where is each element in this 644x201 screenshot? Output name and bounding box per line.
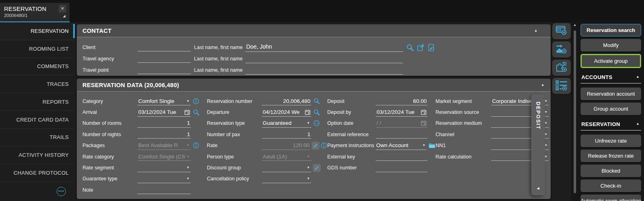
pencil-icon[interactable] — [312, 142, 319, 149]
reservation-number-field[interactable]: 20,006,480 — [262, 97, 311, 105]
task-list-add-button[interactable] — [552, 78, 571, 94]
collapse-arrow-icon[interactable]: ▲ — [636, 75, 640, 79]
reservation-section-header[interactable]: RESERVATION ▲ — [581, 120, 641, 130]
rate-cell: Rate120.00 — [207, 141, 327, 150]
note-field[interactable] — [137, 186, 191, 194]
calendar-icon[interactable] — [421, 109, 427, 115]
number-of-pax-field[interactable]: 1 — [262, 130, 311, 139]
chevron-down-icon[interactable]: ▼ — [306, 166, 311, 169]
collapse-arrow-icon[interactable]: ▲ — [636, 122, 640, 126]
calendar-icon[interactable] — [305, 109, 311, 115]
automatic-room-allocation-button[interactable]: Automatic room allocation — [581, 195, 641, 201]
pencil-icon[interactable] — [313, 165, 320, 171]
number-of-nights-cell: Number of nights1 — [82, 130, 207, 139]
sidebar-item-reports[interactable]: REPORTS — [0, 93, 75, 111]
chevron-down-icon[interactable]: ▼ — [186, 99, 191, 103]
chevron-down-icon[interactable]: ▼ — [306, 177, 311, 180]
activate-group-button[interactable]: Activate group — [581, 54, 641, 68]
search-icon[interactable] — [406, 44, 414, 51]
blocked-button[interactable]: Blocked — [581, 165, 641, 177]
collapse-arrow-icon[interactable]: ▲ — [534, 28, 538, 32]
gds-number-field[interactable] — [376, 164, 427, 172]
sidebar-item-traces[interactable]: TRACES — [0, 75, 75, 93]
rate-category-value: Comfort Single (CS) — [137, 154, 186, 160]
walk-in-add-button[interactable] — [552, 41, 571, 58]
search-icon[interactable] — [313, 109, 320, 116]
discount-group-dropdown[interactable]: ▼ — [262, 164, 311, 172]
unfreeze-rate-button[interactable]: Unfreeze rate — [581, 135, 641, 147]
chevron-down-icon[interactable]: ▼ — [422, 143, 427, 147]
chevron-down-icon[interactable]: ▼ — [306, 121, 311, 125]
external-link-icon[interactable] — [417, 44, 424, 51]
chevron-down-icon[interactable]: ▼ — [186, 177, 191, 180]
deposit-by-field[interactable]: 03/12/2024 Tue — [376, 108, 427, 117]
reservation-source-label: Reservation source — [435, 109, 491, 115]
rate-segment-dropdown[interactable]: ▼ — [137, 164, 191, 172]
reservation-search-button[interactable]: Reservation search — [581, 24, 641, 36]
scroll-up-icon[interactable]: ▲ — [572, 23, 578, 27]
reservation-account-button[interactable]: Reservation account — [581, 88, 641, 100]
collapse-left-arrow-icon[interactable]: ◄ — [536, 186, 540, 190]
external-key-field[interactable] — [376, 152, 427, 161]
packages-dropdown: Best Available R▼ — [137, 141, 191, 150]
info-icon[interactable] — [193, 98, 199, 105]
collapse-arrow-icon[interactable]: ▲ — [541, 83, 545, 87]
deposit-side-tab[interactable]: DEPOSIT ◄ — [531, 94, 545, 195]
external-reference-field[interactable] — [376, 130, 427, 139]
field-action-icons — [193, 142, 199, 149]
deposit-field[interactable]: 60.00 — [376, 97, 427, 105]
search-icon[interactable] — [193, 109, 200, 116]
arrival-field[interactable]: 03/12/2024 Tue — [137, 108, 191, 117]
accounts-section-header[interactable]: ACCOUNTS ▲ — [581, 73, 641, 83]
search-icon[interactable] — [313, 98, 320, 105]
group-account-button[interactable]: Group account — [581, 103, 641, 115]
departure-field[interactable]: 04/12/2024 We — [262, 108, 311, 117]
cancellation-policy-label: Cancellation policy — [207, 176, 262, 182]
channel-label: Channel — [435, 132, 491, 137]
release-frozen-rate-button[interactable]: Release frozen rate — [581, 150, 641, 162]
info-icon[interactable] — [193, 142, 199, 149]
calendar-icon[interactable] — [184, 109, 191, 115]
deposit-tab-label: DEPOSIT — [535, 102, 541, 130]
sidebar-item-rooming-list[interactable]: ROOMING LIST — [0, 40, 75, 58]
close-icon[interactable]: × — [59, 5, 66, 13]
modify-button[interactable]: Modify — [581, 39, 641, 51]
client-id-input[interactable] — [137, 43, 191, 51]
number-of-rooms-field[interactable]: 1 — [137, 119, 191, 128]
contact-row-client: Client Last name, first name Doe, John — [82, 42, 551, 53]
sidebar-item-trails[interactable]: TRAILS — [0, 128, 75, 146]
scrollbar-thumb[interactable] — [574, 30, 576, 193]
client-name-input[interactable]: Doe, John — [245, 43, 403, 52]
travel-agency-label: Travel agency — [82, 56, 137, 62]
group-add-button[interactable] — [552, 60, 571, 76]
folder-icon[interactable] — [429, 143, 435, 148]
sidebar-item-comments[interactable]: COMMENTS — [0, 58, 75, 75]
travel-agency-name-input[interactable] — [245, 55, 403, 63]
sidebar-item-reservation[interactable]: RESERVATION — [0, 22, 75, 40]
tab-title: RESERVATION — [4, 6, 46, 12]
category-dropdown[interactable]: Comfort Single▼ — [137, 97, 191, 105]
edit-profile-icon[interactable] — [427, 44, 435, 51]
travel-point-name-input[interactable] — [245, 66, 403, 75]
guarantee-type-dropdown[interactable]: ▼ — [137, 175, 191, 183]
ellipsis-icon[interactable] — [313, 120, 320, 126]
info-icon[interactable] — [321, 142, 327, 149]
travel-agency-id-input[interactable] — [137, 55, 191, 63]
cancellation-policy-dropdown[interactable]: ▼ — [262, 175, 311, 183]
right-panel-scrollbar[interactable]: ▲ — [572, 23, 578, 200]
sidebar-item-change-protocol[interactable]: CHANGE PROTOCOL — [0, 164, 75, 182]
tab-reservation[interactable]: RESERVATION × 20006480/1 ◢ — [0, 3, 70, 22]
check-in-button[interactable]: Check-in — [581, 180, 641, 192]
travel-point-id-input[interactable] — [137, 66, 191, 74]
reservation-card-add-icon — [555, 26, 568, 37]
ellipsis-circle-icon[interactable]: ••• — [57, 187, 66, 196]
reservation-type-dropdown[interactable]: Guaranteed▼ — [262, 119, 311, 128]
chevron-down-icon[interactable]: ▼ — [186, 166, 191, 169]
reservation-card-add-button[interactable] — [552, 23, 571, 39]
sidebar-item-activity-history[interactable]: ACTIVITY HISTORY — [0, 146, 75, 164]
payment-instructions-dropdown[interactable]: Own Account▼ — [376, 141, 427, 150]
sidebar-item-credit-card-data[interactable]: CREDIT CARD DATA — [0, 111, 75, 128]
number-of-nights-label: Number of nights — [82, 132, 137, 137]
reservation-section-title: RESERVATION — [581, 121, 620, 127]
number-of-nights-field[interactable]: 1 — [137, 130, 191, 139]
